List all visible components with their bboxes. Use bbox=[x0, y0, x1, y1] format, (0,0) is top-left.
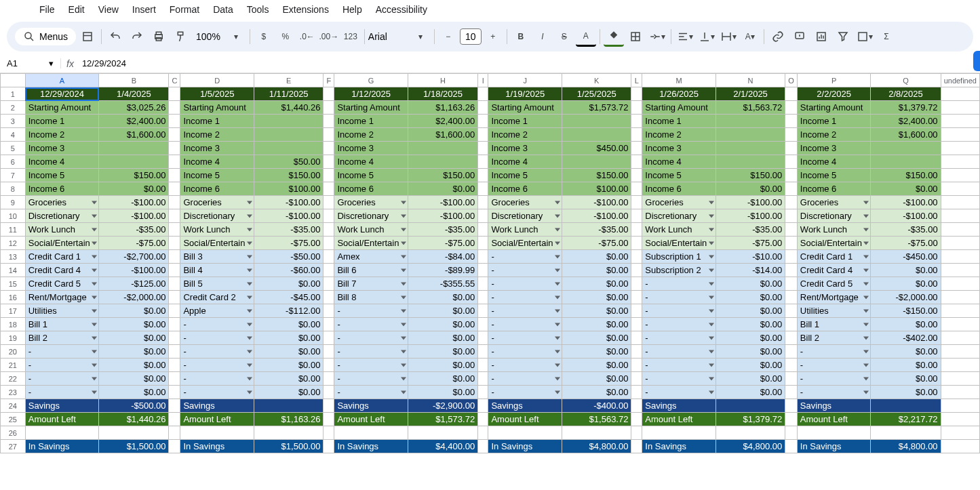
cell[interactable] bbox=[941, 223, 979, 237]
cell[interactable]: $0.00 bbox=[408, 386, 477, 399]
cell[interactable] bbox=[478, 291, 488, 304]
dropdown-icon[interactable] bbox=[863, 214, 869, 218]
cell[interactable] bbox=[631, 264, 642, 277]
row-header[interactable]: 10 bbox=[1, 209, 26, 223]
cell[interactable]: -$100.00 bbox=[562, 209, 631, 223]
merge-icon[interactable]: ▾ bbox=[647, 26, 667, 47]
cell[interactable] bbox=[478, 426, 488, 440]
cell[interactable]: $0.00 bbox=[562, 304, 631, 318]
cell[interactable]: Amount Left bbox=[334, 413, 408, 426]
dropdown-icon[interactable] bbox=[247, 214, 252, 218]
cell[interactable]: - bbox=[488, 331, 562, 345]
cell[interactable] bbox=[631, 440, 642, 453]
cell[interactable]: Starting Amount bbox=[334, 101, 408, 115]
cell[interactable]: $0.00 bbox=[254, 318, 323, 331]
cell[interactable] bbox=[785, 155, 798, 169]
cell[interactable]: Income 5 bbox=[25, 169, 99, 182]
cell[interactable] bbox=[631, 372, 642, 386]
cell[interactable] bbox=[25, 426, 99, 440]
cell[interactable] bbox=[785, 142, 798, 155]
cell[interactable]: - bbox=[797, 372, 871, 386]
cell[interactable]: -$35.00 bbox=[562, 223, 631, 237]
cell[interactable]: Income 2 bbox=[797, 128, 871, 142]
dropdown-icon[interactable] bbox=[92, 350, 97, 353]
dropdown-icon[interactable] bbox=[401, 350, 406, 353]
cell[interactable]: Savings bbox=[25, 399, 99, 413]
cell[interactable]: -$2,900.00 bbox=[408, 399, 477, 413]
cell[interactable]: $2,217.72 bbox=[871, 413, 941, 426]
cell[interactable]: Starting Amount bbox=[488, 101, 562, 115]
cell[interactable]: $0.00 bbox=[871, 264, 941, 277]
cell[interactable]: 1/25/2025 bbox=[562, 87, 631, 101]
dropdown-icon[interactable] bbox=[401, 268, 406, 272]
cell[interactable]: - bbox=[180, 386, 254, 399]
cell[interactable]: $1,563.72 bbox=[562, 413, 631, 426]
dropdown-icon[interactable] bbox=[247, 323, 252, 326]
cell[interactable] bbox=[324, 331, 334, 345]
menu-format[interactable]: Format bbox=[164, 1, 205, 18]
cell[interactable]: - bbox=[334, 345, 408, 359]
cell[interactable]: $0.00 bbox=[871, 182, 941, 196]
dropdown-icon[interactable] bbox=[709, 201, 714, 204]
col-header[interactable]: D bbox=[180, 74, 254, 87]
cell[interactable] bbox=[324, 169, 334, 182]
menu-view[interactable]: View bbox=[93, 1, 124, 18]
cell[interactable]: -$402.00 bbox=[871, 331, 941, 345]
dropdown-icon[interactable] bbox=[709, 282, 714, 285]
row-header[interactable]: 17 bbox=[1, 304, 26, 318]
cell[interactable]: Discretionary bbox=[180, 209, 254, 223]
cell[interactable] bbox=[169, 169, 180, 182]
cell[interactable] bbox=[631, 209, 642, 223]
cell[interactable]: $0.00 bbox=[562, 331, 631, 345]
cell[interactable]: - bbox=[180, 359, 254, 372]
cell[interactable]: - bbox=[25, 345, 99, 359]
cell[interactable] bbox=[631, 182, 642, 196]
row-header[interactable]: 6 bbox=[1, 155, 26, 169]
cell[interactable] bbox=[785, 399, 798, 413]
dropdown-icon[interactable] bbox=[709, 377, 714, 380]
cell[interactable]: $1,600.00 bbox=[408, 128, 477, 142]
dropdown-icon[interactable] bbox=[709, 255, 714, 258]
cell[interactable] bbox=[785, 331, 798, 345]
cell[interactable] bbox=[478, 155, 488, 169]
cell[interactable]: 1/5/2025 bbox=[180, 87, 254, 101]
row-header[interactable]: 18 bbox=[1, 318, 26, 331]
cell[interactable]: -$75.00 bbox=[254, 237, 323, 250]
col-header[interactable]: F bbox=[324, 74, 334, 87]
cell[interactable]: $0.00 bbox=[716, 372, 785, 386]
font-dropdown-icon[interactable]: ▾ bbox=[410, 26, 431, 47]
cell[interactable]: -$400.00 bbox=[562, 399, 631, 413]
cell[interactable] bbox=[254, 426, 323, 440]
dropdown-icon[interactable] bbox=[92, 268, 97, 272]
cell[interactable] bbox=[941, 182, 979, 196]
cell[interactable]: $1,163.26 bbox=[408, 101, 477, 115]
cell[interactable] bbox=[478, 142, 488, 155]
dropdown-icon[interactable] bbox=[247, 241, 252, 245]
cell[interactable] bbox=[478, 399, 488, 413]
cell[interactable] bbox=[631, 101, 642, 115]
cell[interactable] bbox=[169, 196, 180, 209]
cell[interactable]: Credit Card 2 bbox=[180, 291, 254, 304]
cell[interactable] bbox=[478, 440, 488, 453]
cell[interactable]: - bbox=[642, 304, 716, 318]
cell[interactable]: $0.00 bbox=[562, 291, 631, 304]
cell[interactable]: 2/2/2025 bbox=[797, 87, 871, 101]
cell[interactable]: Bill 6 bbox=[334, 264, 408, 277]
functions-icon[interactable]: Σ bbox=[876, 26, 897, 47]
cell[interactable]: $2,400.00 bbox=[99, 115, 169, 128]
cell[interactable]: -$450.00 bbox=[871, 250, 941, 264]
cell[interactable]: 1/11/2025 bbox=[254, 87, 323, 101]
cell[interactable]: 1/19/2025 bbox=[488, 87, 562, 101]
row-header[interactable]: 14 bbox=[1, 264, 26, 277]
cell[interactable]: $150.00 bbox=[562, 169, 631, 182]
cell[interactable]: -$35.00 bbox=[408, 223, 477, 237]
dropdown-icon[interactable] bbox=[92, 241, 97, 245]
cell[interactable]: - bbox=[488, 386, 562, 399]
cell[interactable]: -$100.00 bbox=[408, 196, 477, 209]
cell[interactable]: Bill 4 bbox=[180, 264, 254, 277]
cell[interactable]: Bill 3 bbox=[180, 250, 254, 264]
cell[interactable]: - bbox=[488, 291, 562, 304]
cell[interactable]: -$2,000.00 bbox=[99, 291, 169, 304]
cell[interactable]: $0.00 bbox=[871, 345, 941, 359]
cell[interactable] bbox=[324, 196, 334, 209]
